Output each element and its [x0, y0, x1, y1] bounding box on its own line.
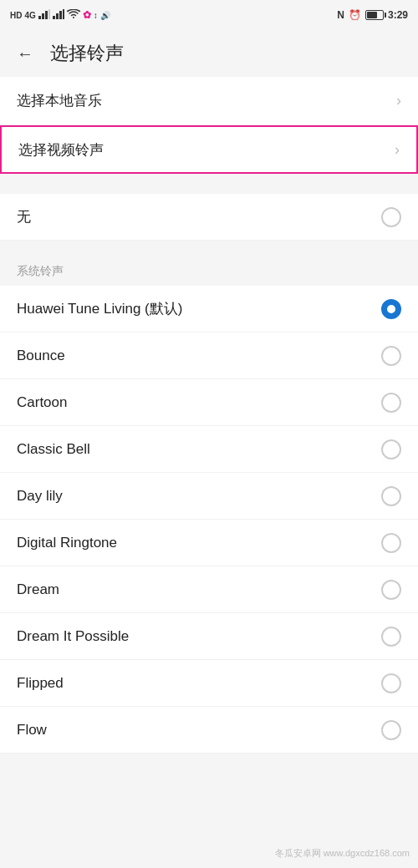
video-ringtone-chevron-icon: › [395, 141, 400, 159]
svg-rect-7 [63, 9, 64, 19]
arrow-icon: ↕ [94, 11, 98, 20]
ringtone-dream[interactable]: Dream [0, 566, 418, 613]
status-right-icons: N ⏰ 3:29 [337, 9, 408, 21]
hd-icon: HD [10, 11, 22, 20]
ringtone-dream-it-possible[interactable]: Dream It Possible [0, 613, 418, 660]
local-music-label: 选择本地音乐 [17, 91, 102, 110]
ringtone-flow[interactable]: Flow [0, 707, 418, 754]
wifi-icon [67, 9, 80, 21]
svg-rect-0 [38, 16, 41, 19]
signal-4g-icon: 4G [24, 11, 35, 20]
svg-rect-6 [59, 11, 62, 19]
status-bar: HD 4G ✿ [0, 0, 418, 30]
back-button[interactable]: ← [13, 42, 37, 65]
none-option-item[interactable]: 无 [0, 194, 418, 241]
ringtone-digital-ringtone-radio[interactable] [381, 533, 401, 553]
ringtone-cartoon-label: Cartoon [17, 394, 67, 411]
ringtone-day-lily[interactable]: Day lily [0, 473, 418, 520]
signal-bars2-icon [53, 9, 64, 21]
ringtone-bounce-label: Bounce [17, 348, 65, 364]
ringtone-flow-label: Flow [17, 722, 47, 739]
ringtone-classic-bell[interactable]: Classic Bell [0, 426, 418, 473]
huawei-icon: ✿ [83, 9, 91, 21]
clock-icon: ⏰ [349, 9, 361, 21]
ringtone-dream-it-possible-label: Dream It Possible [17, 628, 129, 645]
time-display: 3:29 [388, 9, 408, 21]
ringtone-dream-label: Dream [17, 581, 59, 598]
ringtone-flipped-label: Flipped [17, 675, 64, 692]
battery-indicator [365, 10, 384, 20]
ringtone-flipped-radio[interactable] [381, 673, 401, 693]
ringtone-huawei-tune[interactable]: Huawei Tune Living (默认) [0, 286, 418, 332]
speaker-icon: 🔊 [100, 11, 110, 20]
app-bar: ← 选择铃声 [0, 30, 418, 77]
ringtone-huawei-tune-label: Huawei Tune Living (默认) [17, 299, 182, 318]
ringtone-day-lily-label: Day lily [17, 488, 63, 505]
ringtone-bounce-radio[interactable] [381, 346, 401, 366]
divider-2 [0, 241, 418, 251]
ringtone-huawei-tune-radio[interactable] [381, 299, 401, 319]
n-icon: N [337, 9, 344, 21]
local-music-chevron-icon: › [396, 92, 401, 109]
divider-1 [0, 184, 418, 194]
ringtone-cartoon-radio[interactable] [381, 393, 401, 413]
signal-bars-icon [38, 9, 50, 21]
ringtone-flipped[interactable]: Flipped [0, 660, 418, 707]
status-left-icons: HD 4G ✿ [10, 9, 110, 21]
svg-rect-2 [45, 11, 48, 19]
ringtone-day-lily-radio[interactable] [381, 486, 401, 506]
ringtone-digital-ringtone[interactable]: Digital Ringtone [0, 520, 418, 566]
ringtones-list: Huawei Tune Living (默认) Bounce Cartoon C… [0, 286, 418, 754]
system-ringtones-label: 系统铃声 [0, 251, 418, 286]
ringtone-bounce[interactable]: Bounce [0, 332, 418, 379]
ringtone-classic-bell-label: Classic Bell [17, 441, 90, 458]
ringtone-digital-ringtone-label: Digital Ringtone [17, 535, 117, 551]
video-ringtone-label: 选择视频铃声 [18, 140, 104, 160]
top-menu-group: 选择本地音乐 › 选择视频铃声 › [0, 77, 418, 174]
page-title: 选择铃声 [50, 41, 124, 66]
ringtone-classic-bell-radio[interactable] [381, 439, 401, 459]
video-ringtone-item[interactable]: 选择视频铃声 › [0, 125, 418, 174]
local-music-item[interactable]: 选择本地音乐 › [0, 77, 418, 125]
none-option-radio[interactable] [381, 207, 401, 227]
ringtone-dream-it-possible-radio[interactable] [381, 627, 401, 647]
svg-rect-5 [56, 13, 59, 19]
svg-rect-4 [53, 16, 55, 19]
none-option-label: 无 [17, 207, 31, 226]
svg-rect-3 [48, 9, 50, 19]
ringtone-dream-radio[interactable] [381, 580, 401, 600]
svg-rect-1 [42, 13, 44, 19]
ringtone-cartoon[interactable]: Cartoon [0, 379, 418, 426]
ringtone-flow-radio[interactable] [381, 720, 401, 740]
watermark: 冬瓜安卓网 www.dgxcdz168.com [275, 847, 410, 860]
